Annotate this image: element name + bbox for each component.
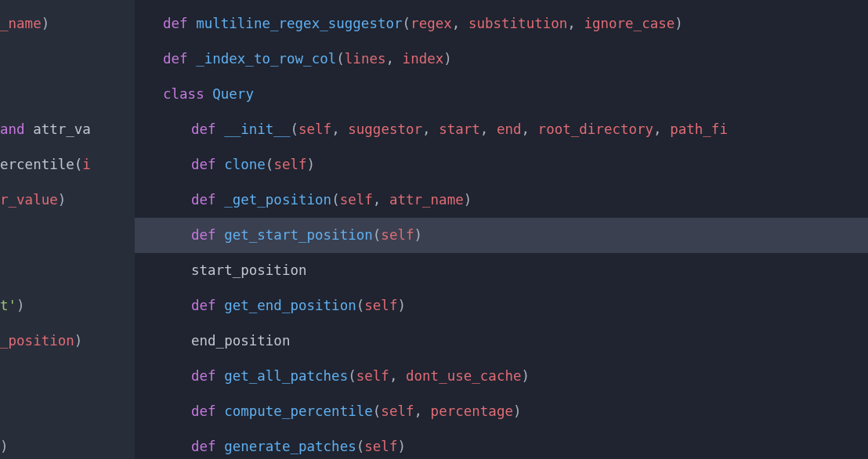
token-left-text: ercentile( bbox=[0, 157, 82, 172]
token-comma: , bbox=[653, 121, 670, 137]
token-fn-name: _get_position bbox=[224, 192, 331, 208]
token-left-text: attr_va bbox=[25, 121, 91, 137]
token-param-name: attr_name bbox=[389, 192, 464, 208]
token-paren: ( bbox=[373, 403, 382, 419]
token-param-self: self bbox=[298, 121, 331, 137]
token-attr-text: end_position bbox=[191, 333, 290, 349]
token-left-param: r_value bbox=[0, 192, 58, 208]
token-param-name: end bbox=[497, 121, 522, 137]
editor-line: ) bbox=[0, 429, 135, 459]
token-comma: , bbox=[480, 121, 497, 137]
token-fn-name: _index_to_row_col bbox=[196, 51, 336, 67]
token-param-name: percentage bbox=[431, 403, 513, 419]
token-paren: ( bbox=[331, 192, 340, 208]
editor-left-pane: _name) and attr_vaercentile(ir_value) t'… bbox=[0, 0, 135, 459]
token-space bbox=[216, 403, 225, 419]
editor-line bbox=[0, 394, 135, 429]
token-fn-name: generate_patches bbox=[224, 439, 356, 454]
token-param-name: start bbox=[439, 121, 480, 137]
token-param-name: substitution bbox=[468, 16, 567, 31]
token-param-name: dont_use_cache bbox=[406, 368, 522, 384]
outline-item[interactable]: def __init__(self, suggestor, start, end… bbox=[135, 112, 868, 147]
editor-line: _name) bbox=[0, 6, 135, 42]
token-paren: ) bbox=[74, 333, 83, 349]
token-comma: , bbox=[331, 121, 348, 137]
token-paren: ) bbox=[443, 51, 452, 67]
token-fn-name: compute_percentile bbox=[224, 403, 373, 419]
outline-pane[interactable]: def multiline_regex_suggestor(regex, sub… bbox=[135, 0, 868, 459]
outline-item[interactable]: def multiline_regex_suggestor(regex, sub… bbox=[135, 6, 868, 42]
token-comma: , bbox=[414, 403, 431, 419]
outline-item[interactable]: def get_end_position(self) bbox=[135, 288, 868, 323]
token-param-name: suggestor bbox=[348, 121, 422, 137]
token-fn-name: clone bbox=[224, 157, 266, 172]
token-left-kw: and bbox=[0, 121, 25, 137]
token-kw-def: def bbox=[163, 16, 188, 31]
token-space bbox=[188, 16, 197, 31]
token-paren: ( bbox=[290, 121, 298, 137]
token-param-name: index bbox=[403, 51, 444, 67]
token-kw-def: def bbox=[191, 298, 216, 313]
token-param-name: ignore_case bbox=[584, 16, 675, 31]
editor-line bbox=[0, 359, 135, 394]
editor-line: _position) bbox=[0, 323, 135, 359]
token-left-param: _name bbox=[0, 16, 42, 31]
outline-item[interactable]: def compute_percentile(self, percentage) bbox=[135, 394, 868, 429]
outline-item[interactable]: start_position bbox=[135, 253, 868, 288]
token-space bbox=[204, 86, 213, 102]
token-space bbox=[216, 298, 225, 313]
token-kw-def: def bbox=[191, 227, 216, 243]
token-param-self: self bbox=[340, 192, 373, 208]
token-class-name: Query bbox=[212, 86, 254, 102]
token-param-self: self bbox=[381, 403, 414, 419]
token-space bbox=[216, 368, 225, 384]
editor-line: t') bbox=[0, 288, 135, 323]
token-kw-def: def bbox=[163, 51, 188, 67]
token-kw-def: def bbox=[191, 157, 216, 172]
token-comma: , bbox=[389, 368, 406, 384]
token-space bbox=[216, 157, 225, 172]
outline-item[interactable]: def clone(self) bbox=[135, 147, 868, 183]
token-kw-def: def bbox=[191, 403, 216, 419]
token-paren: ( bbox=[266, 157, 274, 172]
token-param-name: root_directory bbox=[538, 121, 654, 137]
token-comma: , bbox=[567, 16, 584, 31]
token-kw-def: def bbox=[191, 439, 216, 454]
editor-line: and attr_va bbox=[0, 112, 135, 147]
token-param-name: regex bbox=[410, 16, 452, 31]
token-attr-text: start_position bbox=[191, 262, 307, 278]
editor-line bbox=[0, 218, 135, 253]
editor-line: r_value) bbox=[0, 183, 135, 218]
outline-item[interactable]: class Query bbox=[135, 77, 868, 112]
token-paren: ) bbox=[0, 439, 9, 454]
token-comma: , bbox=[373, 192, 389, 208]
outline-item[interactable]: def _get_position(self, attr_name) bbox=[135, 183, 868, 218]
token-param-self: self bbox=[356, 368, 389, 384]
token-paren: ) bbox=[307, 157, 316, 172]
editor-line bbox=[0, 42, 135, 77]
token-kw-def: def bbox=[191, 121, 216, 137]
outline-item[interactable]: def get_all_patches(self, dont_use_cache… bbox=[135, 359, 868, 394]
token-fn-name: multiline_regex_suggestor bbox=[196, 16, 402, 31]
token-paren: ) bbox=[675, 16, 683, 31]
token-paren: ( bbox=[356, 298, 365, 313]
token-paren: ) bbox=[464, 192, 472, 208]
token-param-self: self bbox=[364, 298, 397, 313]
token-comma: , bbox=[386, 51, 403, 67]
token-param-name: lines bbox=[345, 51, 386, 67]
token-paren: ) bbox=[522, 368, 530, 384]
token-comma: , bbox=[522, 121, 538, 137]
outline-item[interactable]: end_position bbox=[135, 323, 868, 359]
outline-item[interactable]: def _index_to_row_col(lines, index) bbox=[135, 42, 868, 77]
outline-item[interactable]: def generate_patches(self) bbox=[135, 429, 868, 459]
token-paren: ) bbox=[397, 298, 406, 313]
token-paren: ) bbox=[42, 16, 50, 31]
token-left-param: _position bbox=[0, 333, 74, 349]
token-fn-name: get_end_position bbox=[224, 298, 356, 313]
token-left-param: i bbox=[82, 157, 91, 172]
token-left-str: t' bbox=[0, 298, 16, 313]
outline-item[interactable]: def get_start_position(self) bbox=[135, 218, 868, 253]
token-space bbox=[216, 439, 225, 454]
token-fn-name: get_start_position bbox=[224, 227, 373, 243]
token-paren: ( bbox=[336, 51, 345, 67]
